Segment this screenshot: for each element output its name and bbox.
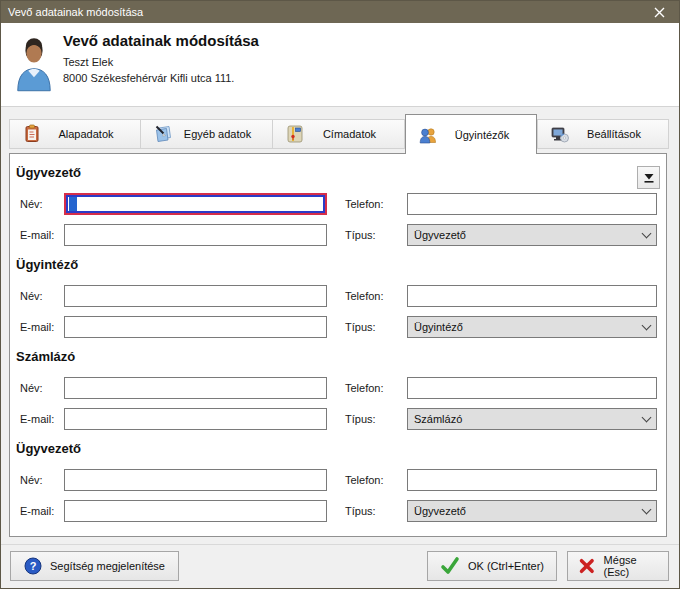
- type-select[interactable]: Ügyvezető: [407, 224, 657, 246]
- tab-label: Címadatok: [305, 128, 404, 140]
- phone-label: Telefon:: [327, 198, 407, 210]
- type-select-value: Ügyvezető: [414, 229, 466, 241]
- phone-input[interactable]: [407, 285, 657, 307]
- ok-button[interactable]: OK (Ctrl+Enter): [427, 551, 557, 581]
- name-label: Név:: [20, 474, 64, 486]
- type-select[interactable]: Ügyvezető: [407, 500, 657, 522]
- tab-alapadatok[interactable]: Alapadatok: [9, 119, 141, 149]
- dropdown-menu-icon: [641, 170, 657, 186]
- tab-egyeb-adatok[interactable]: Egyéb adatok: [141, 119, 273, 149]
- customer-address: 8000 Székesfehérvár Kifli utca 111.: [63, 72, 234, 84]
- email-label: E-mail:: [20, 505, 64, 517]
- type-select-value: Ügyintéző: [414, 321, 463, 333]
- phone-input[interactable]: [407, 377, 657, 399]
- name-label: Név:: [20, 382, 64, 394]
- email-label: E-mail:: [20, 229, 64, 241]
- section-szamlazo: Számlázó Név: Telefon: E-mail: Típus: Sz…: [10, 349, 666, 430]
- type-select[interactable]: Ügyintéző: [407, 316, 657, 338]
- email-input[interactable]: [64, 408, 327, 430]
- section-ugyintezo: Ügyintéző Név: Telefon: E-mail: Típus: Ü…: [10, 257, 666, 338]
- form-row: Név: Telefon:: [20, 377, 666, 399]
- chevron-down-icon: [642, 229, 652, 239]
- window-title: Vevő adatainak módosítása: [8, 6, 639, 18]
- phone-label: Telefon:: [327, 290, 407, 302]
- close-icon: [654, 7, 665, 18]
- help-button-label: Segítség megjelenítése: [50, 560, 165, 572]
- type-label: Típus:: [327, 505, 407, 517]
- computer-icon: [550, 124, 570, 144]
- form-row: E-mail: Típus: Ügyintéző: [20, 316, 666, 338]
- notes-icon: [153, 124, 173, 144]
- dialog-title: Vevő adatainak módosítása: [63, 32, 259, 49]
- chevron-down-icon: [642, 413, 652, 423]
- cancel-button-label: Mégse (Esc): [604, 554, 658, 578]
- form-row: E-mail: Típus: Ügyvezető: [20, 224, 666, 246]
- customer-icon: [13, 35, 55, 93]
- phone-input[interactable]: [407, 193, 657, 215]
- form-row: E-mail: Típus: Ügyvezető: [20, 500, 666, 522]
- email-input[interactable]: [64, 316, 327, 338]
- contacts-panel: Ügyvezető Név: Telefon: E-mail: Típus: Ü…: [9, 153, 667, 537]
- type-select[interactable]: Számlázó: [407, 408, 657, 430]
- section-title: Ügyintéző: [16, 257, 666, 273]
- tab-label: Ügyintézők: [438, 129, 536, 141]
- ok-button-label: OK (Ctrl+Enter): [468, 560, 544, 572]
- name-input[interactable]: [64, 469, 327, 491]
- email-input[interactable]: [64, 500, 327, 522]
- section-title: Ügyvezető: [16, 165, 666, 181]
- phone-label: Telefon:: [327, 382, 407, 394]
- tab-cimadatok[interactable]: Címadatok: [273, 119, 405, 149]
- check-icon: [440, 556, 460, 576]
- text-caret: [69, 197, 77, 211]
- tab-label: Alapadatok: [42, 128, 140, 140]
- section-title: Ügyvezető: [16, 441, 666, 457]
- help-icon: ?: [24, 557, 42, 575]
- form-row: Név: Telefon:: [20, 469, 666, 491]
- footer-separator: [1, 544, 679, 545]
- type-select-value: Ügyvezető: [414, 505, 466, 517]
- phone-label: Telefon:: [327, 474, 407, 486]
- type-label: Típus:: [327, 321, 407, 333]
- phone-input[interactable]: [407, 469, 657, 491]
- email-label: E-mail:: [20, 413, 64, 425]
- section-title: Számlázó: [16, 349, 666, 365]
- type-label: Típus:: [327, 413, 407, 425]
- name-input[interactable]: [64, 377, 327, 399]
- map-icon: [285, 124, 305, 144]
- name-label: Név:: [20, 290, 64, 302]
- form-row: Név: Telefon:: [20, 193, 666, 215]
- name-input[interactable]: [64, 193, 327, 215]
- customer-name: Teszt Elek: [63, 56, 113, 68]
- section-ugyvezeto-2: Ügyvezető Név: Telefon: E-mail: Típus: Ü…: [10, 441, 666, 522]
- email-input[interactable]: [64, 224, 327, 246]
- name-input[interactable]: [64, 285, 327, 307]
- title-bar[interactable]: Vevő adatainak módosítása: [1, 1, 679, 23]
- type-select-value: Számlázó: [414, 413, 462, 425]
- cancel-button[interactable]: Mégse (Esc): [567, 551, 669, 581]
- clipboard-icon: [22, 124, 42, 144]
- x-icon: [578, 556, 596, 576]
- tab-label: Egyéb adatok: [173, 128, 272, 140]
- more-options-button[interactable]: [637, 166, 660, 189]
- form-row: E-mail: Típus: Számlázó: [20, 408, 666, 430]
- close-button[interactable]: [639, 1, 679, 23]
- dialog-window: Vevő adatainak módosítása Vevő adatainak…: [0, 0, 680, 589]
- chevron-down-icon: [642, 321, 652, 331]
- dialog-header: Vevő adatainak módosítása Teszt Elek 800…: [1, 23, 679, 107]
- section-ugyvezeto-1: Ügyvezető Név: Telefon: E-mail: Típus: Ü…: [10, 165, 666, 246]
- type-label: Típus:: [327, 229, 407, 241]
- svg-text:?: ?: [30, 560, 37, 572]
- people-icon: [418, 125, 438, 145]
- tab-label: Beállítások: [570, 128, 668, 140]
- email-label: E-mail:: [20, 321, 64, 333]
- tab-bar: Alapadatok Egyéb adatok: [9, 107, 669, 153]
- chevron-down-icon: [642, 505, 652, 515]
- help-button[interactable]: ? Segítség megjelenítése: [10, 551, 179, 581]
- tab-ugyintezok[interactable]: Ügyintézők: [405, 114, 537, 154]
- tab-beallitasok[interactable]: Beállítások: [537, 119, 669, 149]
- name-label: Név:: [20, 198, 64, 210]
- form-row: Név: Telefon:: [20, 285, 666, 307]
